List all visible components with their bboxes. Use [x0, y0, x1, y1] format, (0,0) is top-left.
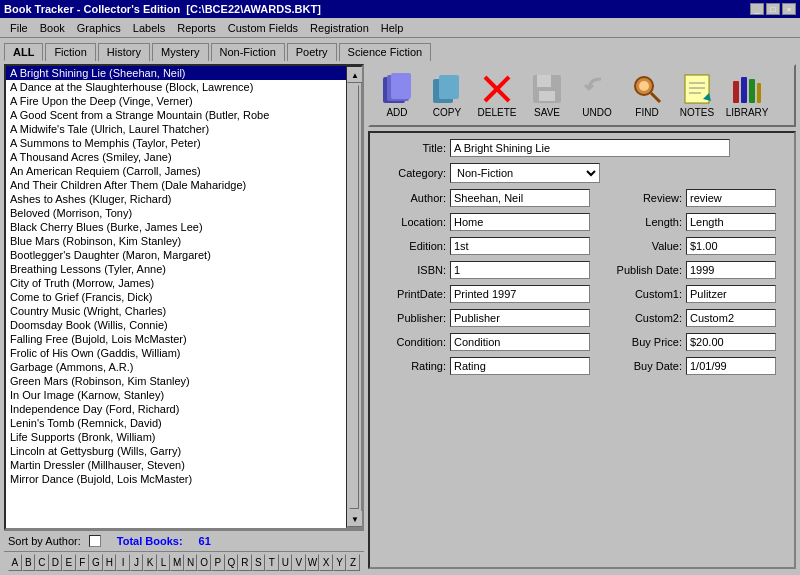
- alpha-btn-y[interactable]: Y: [333, 554, 347, 571]
- location-input[interactable]: [450, 213, 590, 231]
- menu-custom-fields[interactable]: Custom Fields: [222, 21, 304, 35]
- list-item[interactable]: Country Music (Wright, Charles): [6, 304, 346, 318]
- sort-checkbox[interactable]: [89, 535, 101, 547]
- alpha-btn-v[interactable]: V: [292, 554, 306, 571]
- close-button[interactable]: ×: [782, 3, 796, 15]
- condition-input[interactable]: [450, 333, 590, 351]
- save-button[interactable]: SAVE: [524, 70, 570, 121]
- alpha-btn-g[interactable]: G: [89, 554, 103, 571]
- custom1-input[interactable]: [686, 285, 776, 303]
- alpha-btn-u[interactable]: U: [279, 554, 293, 571]
- list-item[interactable]: Doomsday Book (Willis, Connie): [6, 318, 346, 332]
- alpha-btn-o[interactable]: O: [197, 554, 211, 571]
- list-item[interactable]: An American Requiem (Carroll, James): [6, 164, 346, 178]
- isbn-input[interactable]: [450, 261, 590, 279]
- maximize-button[interactable]: □: [766, 3, 780, 15]
- alpha-btn-c[interactable]: C: [35, 554, 49, 571]
- alpha-btn-w[interactable]: W: [306, 554, 320, 571]
- list-item[interactable]: Beloved (Morrison, Tony): [6, 206, 346, 220]
- alpha-btn-l[interactable]: L: [157, 554, 171, 571]
- list-item[interactable]: City of Truth (Morrow, James): [6, 276, 346, 290]
- list-item[interactable]: Come to Grief (Francis, Dick): [6, 290, 346, 304]
- length-input[interactable]: [686, 213, 776, 231]
- scroll-thumb[interactable]: [349, 85, 359, 509]
- rating-input[interactable]: [450, 357, 590, 375]
- list-item[interactable]: Mirror Dance (Bujold, Lois McMaster): [6, 472, 346, 486]
- list-item[interactable]: Breathing Lessons (Tyler, Anne): [6, 262, 346, 276]
- list-item[interactable]: Blue Mars (Robinson, Kim Stanley): [6, 234, 346, 248]
- find-button[interactable]: FIND: [624, 70, 670, 121]
- alpha-btn-r[interactable]: R: [238, 554, 252, 571]
- alpha-btn-a[interactable]: A: [8, 554, 22, 571]
- tab-scifi[interactable]: Science Fiction: [339, 43, 432, 61]
- alpha-btn-m[interactable]: M: [170, 554, 184, 571]
- buy-date-input[interactable]: [686, 357, 776, 375]
- publish-date-input[interactable]: [686, 261, 776, 279]
- alpha-btn-k[interactable]: K: [143, 554, 157, 571]
- alpha-btn-s[interactable]: S: [252, 554, 266, 571]
- alpha-btn-z[interactable]: Z: [346, 554, 360, 571]
- alpha-btn-d[interactable]: D: [49, 554, 63, 571]
- custom2-input[interactable]: [686, 309, 776, 327]
- list-item[interactable]: Black Cherry Blues (Burke, James Lee): [6, 220, 346, 234]
- list-item[interactable]: And Their Children After Them (Dale Maha…: [6, 178, 346, 192]
- undo-button[interactable]: UNDO: [574, 70, 620, 121]
- alpha-btn-b[interactable]: B: [22, 554, 36, 571]
- menu-graphics[interactable]: Graphics: [71, 21, 127, 35]
- minimize-button[interactable]: _: [750, 3, 764, 15]
- tab-nonfiction[interactable]: Non-Fiction: [211, 43, 285, 61]
- menu-reports[interactable]: Reports: [171, 21, 222, 35]
- delete-button[interactable]: DELETE: [474, 70, 520, 121]
- list-item[interactable]: Life Supports (Bronk, William): [6, 430, 346, 444]
- list-item[interactable]: A Fire Upon the Deep (Vinge, Verner): [6, 94, 346, 108]
- alpha-btn-q[interactable]: Q: [225, 554, 239, 571]
- notes-button[interactable]: NOTES: [674, 70, 720, 121]
- library-button[interactable]: LIBRARY: [724, 70, 770, 121]
- window-controls[interactable]: _ □ ×: [750, 3, 796, 15]
- author-input[interactable]: [450, 189, 590, 207]
- list-item[interactable]: In Our Image (Karnow, Stanley): [6, 388, 346, 402]
- menu-file[interactable]: File: [4, 21, 34, 35]
- list-item[interactable]: Independence Day (Ford, Richard): [6, 402, 346, 416]
- list-item[interactable]: A Summons to Memphis (Taylor, Peter): [6, 136, 346, 150]
- title-input[interactable]: [450, 139, 730, 157]
- alpha-btn-f[interactable]: F: [76, 554, 90, 571]
- list-item[interactable]: A Bright Shining Lie (Sheehan, Neil): [6, 66, 346, 80]
- tab-all[interactable]: ALL: [4, 43, 43, 61]
- add-button[interactable]: ADD: [374, 70, 420, 121]
- menu-book[interactable]: Book: [34, 21, 71, 35]
- book-list[interactable]: A Bright Shining Lie (Sheehan, Neil)A Da…: [6, 66, 346, 528]
- list-item[interactable]: Martin Dressler (Millhauser, Steven): [6, 458, 346, 472]
- review-input[interactable]: [686, 189, 776, 207]
- list-item[interactable]: A Dance at the Slaughterhouse (Block, La…: [6, 80, 346, 94]
- tab-poetry[interactable]: Poetry: [287, 43, 337, 61]
- tab-mystery[interactable]: Mystery: [152, 43, 209, 61]
- list-item[interactable]: Green Mars (Robinson, Kim Stanley): [6, 374, 346, 388]
- list-item[interactable]: Garbage (Ammons, A.R.): [6, 360, 346, 374]
- list-item[interactable]: Falling Free (Bujold, Lois McMaster): [6, 332, 346, 346]
- alpha-btn-j[interactable]: J: [130, 554, 144, 571]
- tab-fiction[interactable]: Fiction: [45, 43, 95, 61]
- alpha-btn-x[interactable]: X: [319, 554, 333, 571]
- alpha-btn-e[interactable]: E: [62, 554, 76, 571]
- list-item[interactable]: Lenin's Tomb (Remnick, David): [6, 416, 346, 430]
- list-item[interactable]: Bootlegger's Daughter (Maron, Margaret): [6, 248, 346, 262]
- alpha-btn-h[interactable]: H: [103, 554, 117, 571]
- category-select[interactable]: Non-Fiction Fiction History Mystery Poet…: [450, 163, 600, 183]
- scroll-down[interactable]: ▼: [347, 511, 363, 527]
- list-item[interactable]: Frolic of His Own (Gaddis, William): [6, 346, 346, 360]
- alpha-btn-t[interactable]: T: [265, 554, 279, 571]
- alpha-btn-n[interactable]: N: [184, 554, 198, 571]
- publisher-input[interactable]: [450, 309, 590, 327]
- menu-labels[interactable]: Labels: [127, 21, 171, 35]
- list-item[interactable]: A Thousand Acres (Smiley, Jane): [6, 150, 346, 164]
- scroll-up[interactable]: ▲: [347, 67, 363, 83]
- printdate-input[interactable]: [450, 285, 590, 303]
- list-item[interactable]: Ashes to Ashes (Kluger, Richard): [6, 192, 346, 206]
- list-scrollbar[interactable]: ▲ ▼: [346, 66, 362, 528]
- list-item[interactable]: Lincoln at Gettysburg (Wills, Garry): [6, 444, 346, 458]
- menu-registration[interactable]: Registration: [304, 21, 375, 35]
- tab-history[interactable]: History: [98, 43, 150, 61]
- edition-input[interactable]: [450, 237, 590, 255]
- alpha-btn-i[interactable]: I: [116, 554, 130, 571]
